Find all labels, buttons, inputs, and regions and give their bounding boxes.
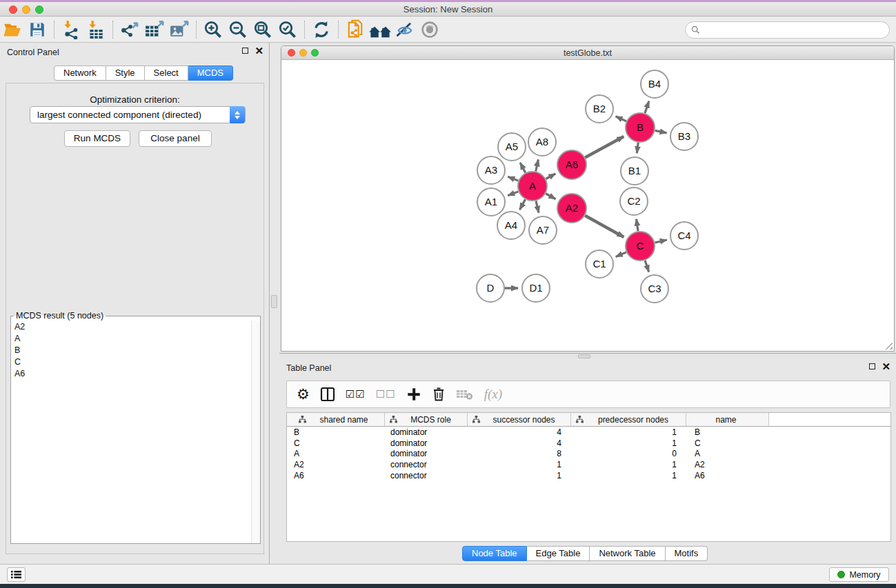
tab-edge-table[interactable]: Edge Table	[527, 546, 590, 561]
close-panel-icon[interactable]: ✕	[255, 47, 263, 54]
zoom-fit-icon[interactable]	[250, 19, 275, 40]
cybrowser-home-icon[interactable]	[368, 19, 392, 40]
scrollbar-track[interactable]	[251, 321, 260, 543]
graph-node-D[interactable]: D	[477, 274, 504, 302]
zoom-in-icon[interactable]	[201, 19, 226, 40]
graph-edge-B-B1[interactable]	[637, 143, 638, 153]
graph-node-A1[interactable]: A1	[477, 188, 505, 216]
clone-network-icon[interactable]	[343, 19, 368, 40]
graph-node-A8[interactable]: A8	[528, 128, 556, 156]
hide-panel-icon[interactable]	[392, 19, 417, 40]
run-mcds-button[interactable]: Run MCDS	[64, 130, 130, 147]
graph-edge-A-A2[interactable]	[546, 194, 555, 199]
table-row[interactable]: Bdominator41B	[287, 427, 890, 438]
column-header-successor-nodes[interactable]: successor nodes	[468, 413, 571, 426]
graph-node-C4[interactable]: C4	[670, 222, 698, 250]
graph-node-A7[interactable]: A7	[529, 216, 557, 244]
graph-edge-C-C1[interactable]	[616, 252, 626, 257]
import-network-icon[interactable]	[59, 19, 83, 40]
tab-style[interactable]: Style	[106, 65, 145, 81]
list-item[interactable]: A6	[11, 367, 260, 379]
graph-node-B[interactable]: B	[626, 113, 655, 142]
graph-node-B1[interactable]: B1	[621, 157, 648, 185]
graph-edge-C-C2[interactable]	[637, 219, 638, 231]
graph-node-C3[interactable]: C3	[641, 275, 668, 303]
list-item[interactable]: B	[11, 344, 260, 356]
tab-select[interactable]: Select	[145, 65, 188, 81]
graph-edge-B-B4[interactable]	[645, 101, 649, 113]
memory-button[interactable]: Memory	[829, 567, 889, 582]
column-header-name[interactable]: name	[686, 413, 769, 426]
graph-edge-C-C4[interactable]	[655, 240, 666, 243]
delete-column-icon[interactable]	[432, 384, 446, 405]
graph-node-A5[interactable]: A5	[498, 133, 526, 161]
tab-network[interactable]: Network	[54, 65, 106, 81]
tab-network-table[interactable]: Network Table	[590, 546, 665, 561]
tab-motifs[interactable]: Motifs	[666, 546, 708, 561]
graph-node-A6[interactable]: A6	[557, 150, 586, 179]
table-settings-icon[interactable]: ⚙	[297, 384, 310, 405]
graph-edge-A-A5[interactable]	[520, 163, 526, 173]
delete-table-icon[interactable]	[456, 384, 474, 405]
graph-node-A3[interactable]: A3	[477, 156, 505, 184]
graph-edge-C-C3[interactable]	[645, 261, 649, 272]
graph-edge-B-B2[interactable]	[616, 116, 626, 121]
graph-node-B4[interactable]: B4	[641, 70, 668, 98]
graph-edge-A-A7[interactable]	[536, 201, 539, 212]
show-panel-eye-icon[interactable]	[417, 19, 442, 40]
add-column-icon[interactable]	[406, 384, 421, 405]
save-session-icon[interactable]	[25, 19, 50, 40]
zoom-out-icon[interactable]	[226, 19, 250, 40]
tab-node-table[interactable]: Node Table	[462, 546, 527, 561]
function-builder-icon[interactable]: f(x)	[484, 384, 502, 405]
export-image-icon[interactable]	[167, 19, 192, 40]
graph-node-D1[interactable]: D1	[522, 274, 550, 302]
deselect-all-icon[interactable]: ☐☐	[376, 384, 396, 405]
graph-node-C[interactable]: C	[626, 232, 655, 261]
vertical-splitter[interactable]	[270, 43, 279, 564]
graph-node-B2[interactable]: B2	[586, 95, 613, 123]
graph-node-B3[interactable]: B3	[670, 123, 698, 150]
zoom-selected-icon[interactable]	[275, 19, 300, 40]
list-item[interactable]: A	[11, 332, 260, 344]
search-input[interactable]	[685, 21, 890, 39]
list-item[interactable]: C	[11, 356, 260, 367]
column-view-icon[interactable]	[320, 384, 335, 405]
graph-node-A4[interactable]: A4	[497, 212, 525, 239]
list-item[interactable]: A2	[11, 321, 260, 332]
graph-node-A[interactable]: A	[518, 172, 547, 201]
graph-node-C2[interactable]: C2	[620, 187, 648, 215]
network-canvas[interactable]: B4B2BB3A8A5A6A3B1AC2A1A2A4A7C4CC1DD1C3	[281, 60, 894, 351]
column-header-mcds-role[interactable]: MCDS role	[385, 413, 468, 426]
float-panel-icon[interactable]	[242, 48, 248, 54]
graph-edge-A6-B[interactable]	[585, 136, 624, 158]
column-header-shared-name[interactable]: shared name	[287, 413, 385, 426]
select-all-icon[interactable]: ☑☑	[346, 384, 366, 405]
graph-edge-B-B3[interactable]	[655, 130, 667, 132]
horizontal-splitter[interactable]	[279, 353, 896, 358]
graph-edge-A-A6[interactable]	[546, 174, 555, 179]
graph-node-A2[interactable]: A2	[557, 194, 586, 223]
graph-edge-A-A8[interactable]	[536, 159, 539, 171]
open-file-icon[interactable]	[0, 19, 25, 40]
float-panel-icon[interactable]	[869, 363, 875, 369]
import-table-icon[interactable]	[83, 19, 108, 40]
close-panel-button[interactable]: Close panel	[139, 130, 212, 147]
graph-edge-A-A1[interactable]	[508, 192, 518, 196]
table-row[interactable]: Adominator80A	[287, 449, 890, 460]
refresh-icon[interactable]	[309, 19, 334, 40]
close-panel-icon[interactable]: ✕	[882, 363, 890, 370]
task-history-button[interactable]	[7, 567, 26, 582]
splitter-handle[interactable]	[271, 295, 277, 308]
table-row[interactable]: Cdominator41C	[287, 438, 890, 449]
export-table-icon[interactable]	[142, 19, 167, 40]
graph-edge-A-A3[interactable]	[508, 176, 518, 181]
graph-edge-A-A4[interactable]	[519, 199, 525, 210]
criterion-dropdown[interactable]: largest connected component (directed)	[30, 106, 246, 123]
table-row[interactable]: A6connector11A6	[287, 470, 890, 481]
column-header-predecessor-nodes[interactable]: predecessor nodes	[571, 413, 686, 426]
network-window-titlebar[interactable]: testGlobe.txt	[281, 46, 894, 60]
graph-edge-A2-C[interactable]	[585, 216, 624, 237]
table-row[interactable]: A2connector11A2	[287, 459, 890, 470]
graph-node-C1[interactable]: C1	[586, 250, 613, 278]
